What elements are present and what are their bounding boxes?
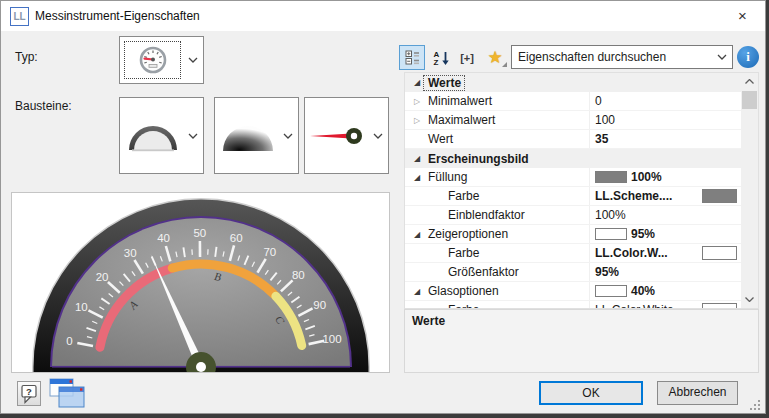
property-row[interactable]: ▷Maximalwert100 <box>405 111 741 130</box>
search-input[interactable]: Eigenschaften durchsuchen <box>518 50 666 64</box>
color-swatch <box>595 228 627 240</box>
property-row[interactable]: FarbeLL.Color.White <box>405 301 741 308</box>
gauge-tick-label: 50 <box>193 227 206 239</box>
property-row[interactable]: ◢Glasoptionen40% <box>405 282 741 301</box>
chevron-down-icon <box>745 297 754 302</box>
property-row[interactable]: ◢Füllung100% <box>405 168 741 187</box>
scroll-up-button[interactable] <box>741 73 758 90</box>
apply-to-windows-button[interactable] <box>49 378 86 409</box>
resize-grip[interactable] <box>750 400 761 411</box>
property-row[interactable]: Größenfaktor95% <box>405 263 741 282</box>
sort-az-icon: A Z <box>433 49 450 66</box>
property-value: LL.Color.W... <box>595 246 668 260</box>
property-value-cell[interactable]: 100% <box>589 206 741 224</box>
titlebar: LL Messinstrument-Eigenschaften × <box>1 1 765 31</box>
collapsed-arrow-icon[interactable]: ▷ <box>410 97 424 106</box>
expanded-arrow-icon[interactable]: ◢ <box>410 287 424 296</box>
property-row[interactable]: Einblendfaktor100% <box>405 206 741 225</box>
property-row[interactable]: Wert35 <box>405 130 741 149</box>
background-combobox[interactable] <box>214 97 299 174</box>
needle-combobox[interactable] <box>304 97 389 174</box>
gauge-tick-label: 80 <box>292 269 305 281</box>
property-value-cell[interactable]: 40% <box>589 282 741 300</box>
info-button[interactable]: i <box>737 46 759 68</box>
gauge-tick-label: 0 <box>66 335 72 347</box>
gauge-tick-label: 60 <box>230 232 243 244</box>
gauge-tick <box>215 247 216 257</box>
property-category-row[interactable]: ◢Erscheinungsbild <box>405 149 741 168</box>
gauge-type-icon <box>138 45 168 75</box>
property-value: LL.Scheme.... <box>595 189 672 203</box>
chevron-down-icon <box>373 133 383 139</box>
property-name: Wert <box>424 132 589 146</box>
property-value: 100 <box>595 113 615 127</box>
expand-all-button[interactable]: [+] <box>455 45 479 70</box>
close-button[interactable]: × <box>720 1 765 30</box>
property-value-cell[interactable]: 95% <box>589 225 741 243</box>
property-value-cell[interactable]: 100% <box>589 168 741 186</box>
scrollbar-thumb[interactable] <box>742 91 757 109</box>
property-value: 0 <box>595 94 602 108</box>
ok-button[interactable]: OK <box>539 381 643 405</box>
property-value-cell[interactable]: LL.Color.W... <box>589 244 741 262</box>
color-swatch <box>702 303 737 308</box>
categorized-view-icon <box>405 50 420 65</box>
gauge-tick-label: 30 <box>124 247 137 259</box>
app-icon-ll: LL <box>10 7 29 26</box>
info-icon: i <box>746 49 750 64</box>
property-grid: ◢Werte▷Minimalwert0▷Maximalwert100Wert35… <box>404 72 759 309</box>
property-row[interactable]: ▷Minimalwert0 <box>405 92 741 111</box>
property-name: Füllung <box>424 170 589 184</box>
cancel-button[interactable]: Abbrechen <box>657 381 738 405</box>
color-swatch <box>702 246 737 260</box>
property-row[interactable]: ◢Zeigeroptionen95% <box>405 225 741 244</box>
property-value-cell[interactable]: LL.Color.White <box>589 301 741 308</box>
vertical-scrollbar[interactable] <box>741 73 758 308</box>
color-swatch <box>595 171 627 183</box>
expanded-arrow-icon[interactable]: ◢ <box>410 173 424 182</box>
gauge-tick-label: 10 <box>75 301 88 313</box>
svg-text:Z: Z <box>433 58 438 66</box>
typ-label: Typ: <box>15 50 38 64</box>
property-category-row[interactable]: ◢Werte <box>405 73 741 92</box>
categorized-view-button[interactable] <box>399 45 425 70</box>
expanded-arrow-icon[interactable]: ◢ <box>410 78 424 87</box>
frame-combobox[interactable] <box>119 97 204 174</box>
property-value-cell[interactable]: 95% <box>589 263 741 281</box>
screen: LL Messinstrument-Eigenschaften × Typ: <box>0 0 769 418</box>
svg-text:?: ? <box>26 385 32 396</box>
property-name: Farbe <box>424 189 589 203</box>
frame-preview-icon <box>123 101 182 170</box>
property-name: Werte <box>424 76 464 90</box>
sort-alphabetical-button[interactable]: A Z <box>429 45 453 70</box>
color-swatch <box>595 285 627 297</box>
property-value-cell[interactable]: 0 <box>589 92 741 110</box>
typ-combobox[interactable] <box>119 36 204 84</box>
favorites-button[interactable]: ★ <box>482 45 508 70</box>
chevron-down-icon <box>283 133 293 139</box>
description-title: Werte <box>412 314 445 328</box>
property-name: Zeigeroptionen <box>424 227 589 241</box>
property-search-combobox[interactable]: Eigenschaften durchsuchen <box>511 45 733 69</box>
property-row[interactable]: FarbeLL.Color.W... <box>405 244 741 263</box>
collapsed-arrow-icon[interactable]: ▷ <box>410 116 424 125</box>
typ-selection <box>124 41 181 79</box>
help-button[interactable]: ? <box>17 381 41 406</box>
property-value-cell[interactable]: 100 <box>589 111 741 129</box>
help-icon: ? <box>20 384 38 404</box>
expanded-arrow-icon[interactable]: ◢ <box>410 230 424 239</box>
gauge-tick-label: 100 <box>322 333 341 345</box>
property-value: 100% <box>595 208 626 222</box>
gauge-preview-panel: 0102030405060708090100ABC <box>11 192 390 373</box>
property-name: Größenfaktor <box>424 265 589 279</box>
cascade-windows-icon <box>49 378 86 409</box>
property-value: 100% <box>631 170 662 184</box>
property-value-cell[interactable]: 35 <box>589 130 741 148</box>
scroll-down-button[interactable] <box>741 291 758 308</box>
expanded-arrow-icon[interactable]: ◢ <box>410 154 424 163</box>
property-row[interactable]: FarbeLL.Scheme.... <box>405 187 741 206</box>
gauge-tick-label: 20 <box>96 271 109 283</box>
property-grid-rows: ◢Werte▷Minimalwert0▷Maximalwert100Wert35… <box>405 73 741 308</box>
property-value-cell[interactable]: LL.Scheme.... <box>589 187 741 205</box>
property-name: Farbe <box>424 246 589 260</box>
